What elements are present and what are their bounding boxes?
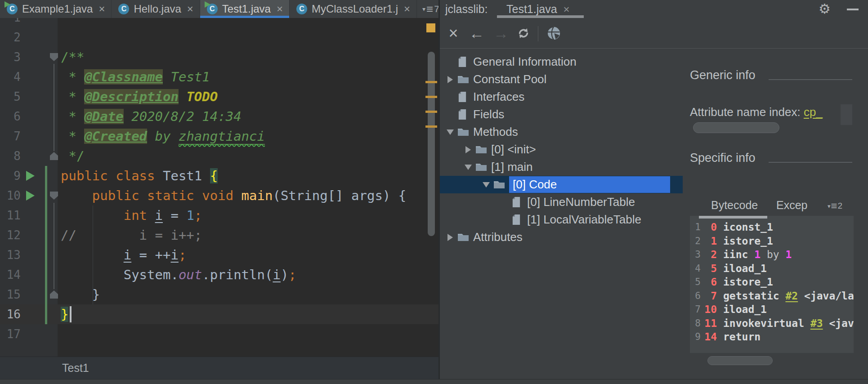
warning-stripe-mark[interactable]: [425, 111, 437, 113]
close-icon[interactable]: ×: [404, 3, 410, 15]
bytecode-rows: 10iconst_121istore_132iinc 1 by 145iload…: [690, 220, 854, 344]
gear-icon[interactable]: ⚙: [819, 1, 831, 17]
editor-scrollbar-thumb[interactable]: [428, 52, 435, 236]
horizontal-scrollbar-thumb[interactable]: [693, 122, 779, 133]
hidden-tabs-chip[interactable]: ▾ ≡ 2: [828, 201, 842, 211]
forward-arrow-icon[interactable]: →: [492, 18, 510, 49]
code-line-10[interactable]: 10 public static void main(String[] args…: [0, 186, 438, 205]
line-number: 13: [0, 245, 21, 265]
chevron-right-icon[interactable]: [444, 234, 456, 241]
code-line-13[interactable]: 13 i = ++i;: [0, 245, 438, 265]
bytecode-line-number: 8: [690, 317, 701, 330]
line-number: 17: [0, 324, 21, 344]
code-line-1[interactable]: 1: [0, 18, 438, 27]
warning-stripe-mark[interactable]: [425, 81, 437, 83]
generic-info-heading: Generic info: [690, 68, 756, 82]
jclasslib-header: jclasslib: Test1.java × ⚙: [440, 0, 868, 18]
code-line-4[interactable]: 4 * @Classname Test1: [0, 67, 438, 87]
back-arrow-icon[interactable]: ←: [468, 18, 486, 49]
close-icon[interactable]: ×: [277, 3, 283, 15]
editor-tab-example1-java[interactable]: CExample1.java×: [0, 0, 112, 18]
bytecode-token: istore_1: [723, 276, 773, 288]
tree-item-0-init[interactable]: [0] <init>: [440, 141, 683, 158]
code-line-7[interactable]: 7 * @Created by zhangtianci: [0, 126, 438, 146]
close-file-icon[interactable]: ×: [445, 18, 461, 49]
code-line-16[interactable]: 16}: [0, 304, 438, 324]
code-editor[interactable]: 123/**4 * @Classname Test15 * @Descripti…: [0, 18, 438, 357]
code-line-8[interactable]: 8 */: [0, 146, 438, 166]
fold-marker-icon[interactable]: [50, 290, 58, 299]
code-token: [163, 69, 170, 85]
chevron-right-icon[interactable]: [444, 76, 456, 83]
code-line-17[interactable]: 17: [0, 324, 438, 344]
code-text: /**: [61, 47, 84, 67]
fold-marker-icon[interactable]: [50, 192, 58, 200]
warning-stripe-mark[interactable]: [425, 125, 437, 128]
tree-item-interfaces[interactable]: Interfaces: [440, 88, 683, 106]
editor-tab-strip: CExample1.java×CHello.java×CTest1.java×C…: [0, 0, 438, 18]
code-line-2[interactable]: 2: [0, 27, 438, 47]
run-gutter-icon[interactable]: [26, 171, 35, 181]
fold-marker-icon[interactable]: [50, 152, 58, 160]
code-token: @Created: [84, 129, 147, 144]
chevron-down-icon[interactable]: [480, 182, 492, 188]
code-text: * @Classname Test1: [61, 67, 210, 87]
fold-marker-icon[interactable]: [50, 53, 58, 61]
editor-tab-myclassloader1-j[interactable]: CMyClassLoader1.j×: [290, 0, 417, 18]
minimize-icon[interactable]: [847, 9, 859, 10]
specific-info-heading: Specific info: [690, 151, 756, 165]
warning-stripe-mark[interactable]: [425, 96, 437, 98]
class-icon-letter: C: [296, 4, 307, 14]
tab-exceptions[interactable]: Excep: [776, 199, 807, 212]
bytecode-line-number: 3: [690, 248, 701, 262]
code-line-11[interactable]: 11 int i = 1;: [0, 205, 438, 225]
close-icon[interactable]: ×: [564, 3, 570, 16]
bytecode-offset: 11: [701, 317, 717, 330]
code-line-5[interactable]: 5 * @Description TODO: [0, 87, 438, 107]
close-icon[interactable]: ×: [187, 3, 193, 15]
refresh-icon[interactable]: [515, 18, 532, 49]
chevron-right-icon[interactable]: [462, 146, 474, 153]
code-token: {: [210, 168, 218, 183]
chevron-down-icon[interactable]: [444, 129, 456, 135]
tree-item-constant-pool[interactable]: Constant Pool: [440, 71, 683, 88]
code-line-14[interactable]: 14 System.out.println(i);: [0, 265, 438, 285]
jclasslib-toolbar: × ← →: [440, 18, 868, 49]
tree-item-1-main[interactable]: [1] main: [440, 158, 683, 176]
bytecode-token: <jav: [823, 317, 854, 329]
code-line-6[interactable]: 6 * @Date 2020/8/2 14:34: [0, 107, 438, 126]
folder-icon: [493, 179, 506, 190]
horizontal-scrollbar-thumb[interactable]: [707, 356, 773, 365]
code-line-12[interactable]: 12// i = i++;: [0, 225, 438, 245]
code-line-9[interactable]: 9public class Test1 {: [0, 166, 438, 186]
tree-item-fields[interactable]: Fields: [440, 106, 683, 123]
tree-item-0-linenumbertable[interactable]: [0] LineNumberTable: [440, 193, 683, 211]
bytecode-listing[interactable]: 10iconst_121istore_132iinc 1 by 145iload…: [690, 216, 854, 353]
jclasslib-tab-test1[interactable]: Test1.java ×: [506, 3, 570, 16]
constant-pool-ref-link[interactable]: #2: [785, 290, 798, 302]
tree-item-general-information[interactable]: General Information: [440, 53, 683, 71]
bytecode-token: iinc: [723, 249, 754, 260]
tree-item-attributes[interactable]: Attributes: [440, 228, 683, 246]
tree-item-methods[interactable]: Methods: [440, 123, 683, 141]
constant-pool-link[interactable]: cp_: [804, 105, 823, 119]
inspection-status-square[interactable]: [426, 23, 435, 32]
editor-tab-hello-java[interactable]: CHello.java×: [112, 0, 200, 18]
tree-item-1-localvariabletable[interactable]: [1] LocalVariableTable: [440, 211, 683, 228]
code-line-3[interactable]: 3/**: [0, 47, 438, 67]
browser-globe-icon[interactable]: [545, 18, 562, 49]
tab-bytecode[interactable]: Bytecode: [711, 199, 758, 212]
run-gutter-icon[interactable]: [26, 191, 35, 201]
code-token: // i = i++;: [61, 228, 202, 243]
code-line-15[interactable]: 15 }: [0, 285, 438, 304]
close-icon[interactable]: ×: [98, 3, 105, 15]
chevron-down-icon[interactable]: [462, 165, 474, 170]
tree-item-0-code[interactable]: [0] Code: [440, 176, 683, 193]
constant-pool-ref-link[interactable]: #3: [810, 317, 823, 329]
bytecode-token: 1: [786, 249, 792, 260]
breadcrumb-item-class[interactable]: Test1: [62, 362, 89, 375]
tree-item-label: General Information: [473, 55, 577, 69]
code-token: }: [61, 287, 100, 302]
code-text: }: [61, 304, 68, 324]
editor-tab-test1-java[interactable]: CTest1.java×: [200, 0, 290, 18]
